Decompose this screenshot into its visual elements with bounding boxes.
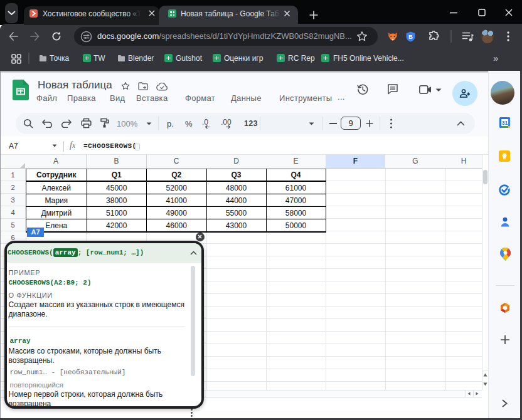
svg-text:31: 31 [502,120,508,126]
svg-text:B: B [408,34,413,40]
